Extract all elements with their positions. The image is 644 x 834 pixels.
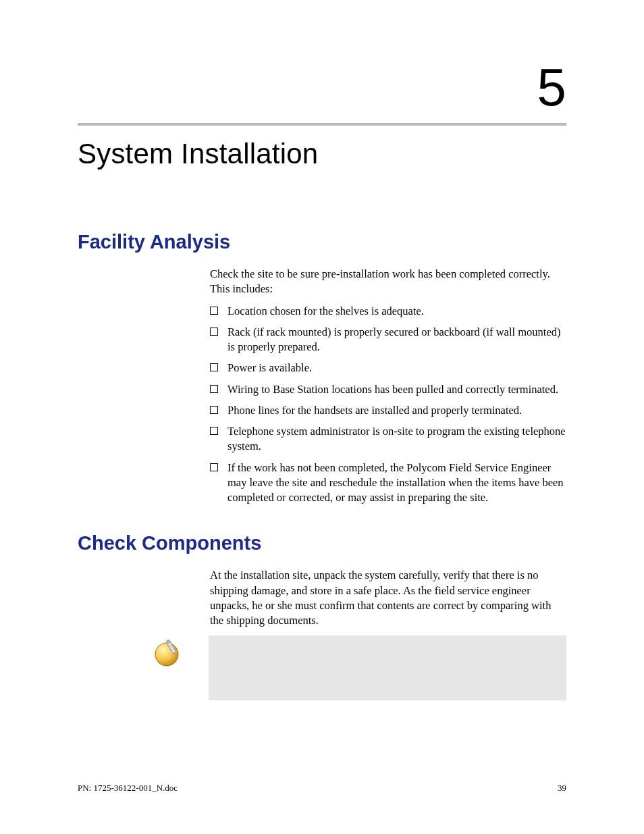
page-footer: PN: 1725-36122-001_N.doc 39	[78, 783, 566, 793]
chapter-title: System Installation	[78, 138, 566, 170]
note-box	[209, 635, 566, 700]
checklist-item: If the work has not been completed, the …	[210, 461, 566, 506]
intro-paragraph: Check the site to be sure pre-installati…	[210, 267, 566, 297]
footer-page-number: 39	[558, 783, 566, 793]
page: 5 System Installation Facility Analysis …	[0, 0, 644, 834]
checklist-item: Power is available.	[210, 361, 566, 375]
svg-point-0	[155, 643, 178, 666]
section-heading-facility-analysis: Facility Analysis	[78, 231, 566, 253]
checklist: Location chosen for the shelves is adequ…	[210, 304, 566, 506]
checklist-item: Rack (if rack mounted) is properly secur…	[210, 325, 566, 355]
note-callout	[152, 635, 566, 700]
section-body-facility-analysis: Check the site to be sure pre-installati…	[210, 267, 566, 505]
chapter-rule	[78, 123, 566, 126]
chapter-number: 5	[78, 61, 566, 113]
checklist-item: Wiring to Base Station locations has bee…	[210, 382, 566, 397]
intro-paragraph: At the installation site, unpack the sys…	[210, 568, 566, 628]
checklist-item: Location chosen for the shelves is adequ…	[210, 304, 566, 319]
footer-left: PN: 1725-36122-001_N.doc	[78, 783, 178, 793]
checklist-item: Phone lines for the handsets are install…	[210, 403, 566, 418]
section-body-check-components: At the installation site, unpack the sys…	[210, 568, 566, 628]
section-heading-check-components: Check Components	[78, 532, 566, 554]
note-icon	[152, 638, 182, 668]
checklist-item: Telephone system administrator is on-sit…	[210, 424, 566, 454]
